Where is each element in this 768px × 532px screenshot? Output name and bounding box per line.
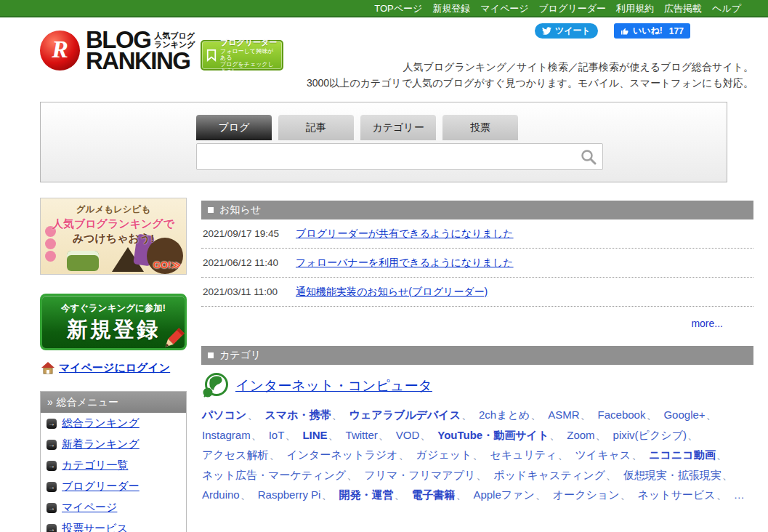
- category-link[interactable]: ネットサービス: [638, 488, 716, 501]
- category-link[interactable]: 2chまとめ: [479, 408, 530, 421]
- site-description-line1: 人気ブログランキング／サイト検索／記事検索が使えるブログ総合サイト。: [288, 59, 753, 75]
- sidebar-menu-item[interactable]: 新着ランキング: [41, 434, 186, 455]
- sidebar-menu-link[interactable]: マイページ: [62, 501, 117, 515]
- square-bullet-icon: [208, 352, 214, 358]
- category-link[interactable]: Appleファン: [473, 488, 534, 501]
- category-link[interactable]: IoT: [269, 429, 285, 441]
- chevrons-icon: »: [47, 396, 53, 408]
- sidebar-menu-item[interactable]: マイページ: [41, 497, 186, 518]
- sidebar-menu-item[interactable]: カテゴリ一覧: [41, 455, 186, 476]
- category-link[interactable]: Arduino: [202, 488, 240, 501]
- news-date: 2021/03/11 11:00: [203, 286, 296, 297]
- category-link[interactable]: Instagram: [202, 429, 251, 441]
- news-link[interactable]: フォローバナーを利用できるようになりました: [296, 257, 514, 270]
- category-link[interactable]: VOD: [396, 429, 420, 441]
- category-link[interactable]: ツイキャス: [575, 448, 631, 461]
- category-link[interactable]: 電子書籍: [411, 488, 455, 501]
- category-link[interactable]: Facebook: [598, 408, 646, 421]
- square-bullet-icon: [208, 207, 214, 213]
- top-nav-link[interactable]: マイページ: [480, 0, 528, 17]
- category-separator: 、: [379, 429, 389, 441]
- arrow-icon: [47, 440, 57, 450]
- category-link[interactable]: パソコン: [202, 408, 246, 421]
- top-nav-link[interactable]: ブログリーダー: [539, 0, 607, 17]
- category-link[interactable]: ガジェット: [416, 448, 472, 461]
- register-button-caption: 今すぐランキングに参加!: [42, 302, 185, 315]
- sidebar-menu-link[interactable]: カテゴリ一覧: [62, 459, 128, 472]
- category-link[interactable]: インターネットラジオ: [286, 448, 397, 461]
- more-row: more...: [201, 307, 753, 329]
- login-link[interactable]: マイページにログイン: [59, 361, 170, 375]
- category-link[interactable]: Twitter: [346, 429, 378, 441]
- category-separator: 、: [321, 488, 332, 501]
- news-row: 2021/09/17 19:45 ブログリーダーが共有できるようになりました: [201, 219, 753, 249]
- category-link[interactable]: pixiv(ピクシブ): [613, 429, 687, 441]
- top-nav-link[interactable]: ヘルプ: [712, 0, 741, 17]
- search-tab[interactable]: ブログ: [196, 115, 272, 140]
- arrow-icon: [47, 419, 57, 429]
- category-separator: 、: [621, 488, 631, 501]
- site-logo[interactable]: R BLOG 人気ブログ ランキング RANKING: [40, 29, 195, 71]
- category-link[interactable]: LINE: [302, 429, 327, 441]
- register-button[interactable]: 今すぐランキングに参加! 新規登録: [40, 294, 187, 350]
- top-nav-link[interactable]: 利用規約: [616, 0, 654, 17]
- news-section-header: お知らせ: [201, 201, 753, 219]
- category-link[interactable]: ウェアラブルデバイス: [349, 408, 461, 421]
- category-link[interactable]: Google+: [663, 408, 705, 421]
- category-link[interactable]: Zoom: [567, 429, 594, 441]
- category-link[interactable]: Raspberry Pi: [258, 488, 321, 501]
- top-nav-link[interactable]: TOPページ: [374, 0, 422, 17]
- category-link[interactable]: 開発・運営: [339, 488, 393, 501]
- news-list: 2021/09/17 19:45 ブログリーダーが共有できるようになりました 2…: [201, 219, 753, 307]
- pencil-icon: [160, 326, 186, 352]
- top-nav-link[interactable]: 新規登録: [432, 0, 470, 17]
- category-link[interactable]: 仮想現実・拡張現実: [623, 469, 721, 481]
- category-separator: 、: [347, 469, 357, 481]
- search-tab[interactable]: 記事: [278, 115, 354, 140]
- sidebar-menu-link[interactable]: ブログリーダー: [62, 480, 140, 493]
- sidebar-menu-item[interactable]: 投票サービス: [41, 518, 186, 532]
- news-link[interactable]: 通知機能実装のお知らせ(ブログリーダー): [296, 286, 488, 299]
- search-tab[interactable]: カテゴリー: [360, 115, 436, 140]
- banner-go-label: GO!≫: [153, 259, 181, 270]
- category-link[interactable]: フリマ・フリマアプリ: [364, 469, 475, 481]
- category-link[interactable]: …: [734, 488, 745, 501]
- sidebar-menu-item[interactable]: 総合ランキング: [41, 413, 186, 434]
- banner-line3: みつけちゃおう!: [41, 232, 186, 246]
- category-separator: 、: [722, 469, 733, 481]
- category-separator: 、: [606, 469, 617, 481]
- news-section-title: お知らせ: [219, 203, 261, 217]
- more-link[interactable]: more...: [691, 318, 723, 329]
- sidebar-menu-link[interactable]: 投票サービス: [62, 522, 128, 532]
- category-link[interactable]: アクセス解析: [202, 448, 268, 461]
- search-input[interactable]: [196, 143, 603, 170]
- like-button-label: いいね!: [633, 25, 663, 37]
- category-group-link[interactable]: インターネット・コンピュータ: [235, 376, 432, 395]
- tweet-button[interactable]: ツイート: [535, 23, 598, 39]
- sidebar-menu-link[interactable]: 新着ランキング: [62, 438, 140, 451]
- category-link[interactable]: YouTube・動画サイト: [437, 429, 549, 441]
- top-nav-link[interactable]: 広告掲載: [664, 0, 702, 17]
- category-link[interactable]: オークション: [553, 488, 620, 501]
- category-links: パソコン、スマホ・携帯、ウェアラブルデバイス、2chまとめ、ASMR、Faceb…: [202, 405, 753, 505]
- category-link[interactable]: ニコニコ動画: [649, 448, 715, 461]
- blog-reader-button-sub1: フォローして興味がある: [220, 48, 279, 61]
- category-link[interactable]: セキュリティ: [490, 448, 557, 461]
- search-icon[interactable]: [581, 149, 597, 165]
- category-section-title: カテゴリ: [219, 349, 261, 362]
- facebook-like-button[interactable]: いいね! 177: [614, 23, 690, 39]
- category-link[interactable]: ネット広告・マーケティング: [202, 469, 346, 481]
- banner-line1: グルメもレシピも: [41, 203, 186, 216]
- sidebar-menu-item[interactable]: ブログリーダー: [41, 476, 186, 497]
- category-separator: 、: [476, 469, 487, 481]
- category-link[interactable]: ポッドキャスティング: [493, 469, 605, 481]
- search-tab[interactable]: 投票: [442, 115, 518, 140]
- category-link[interactable]: ASMR: [548, 408, 579, 421]
- blog-reader-button[interactable]: ブログリーダー フォローして興味がある ブログをチェックしよう!: [201, 40, 283, 70]
- sidebar-menu-link[interactable]: 総合ランキング: [62, 416, 140, 430]
- news-link[interactable]: ブログリーダーが共有できるようになりました: [296, 227, 514, 241]
- sidebar-menu: »総合メニュー 総合ランキング 新着ランキング カテゴリ一覧: [40, 391, 187, 532]
- category-link[interactable]: スマホ・携帯: [264, 408, 331, 421]
- gourmet-banner[interactable]: グルメもレシピも 人気ブログランキングで みつけちゃおう! GO!≫: [40, 198, 187, 275]
- category-separator: 、: [581, 408, 591, 421]
